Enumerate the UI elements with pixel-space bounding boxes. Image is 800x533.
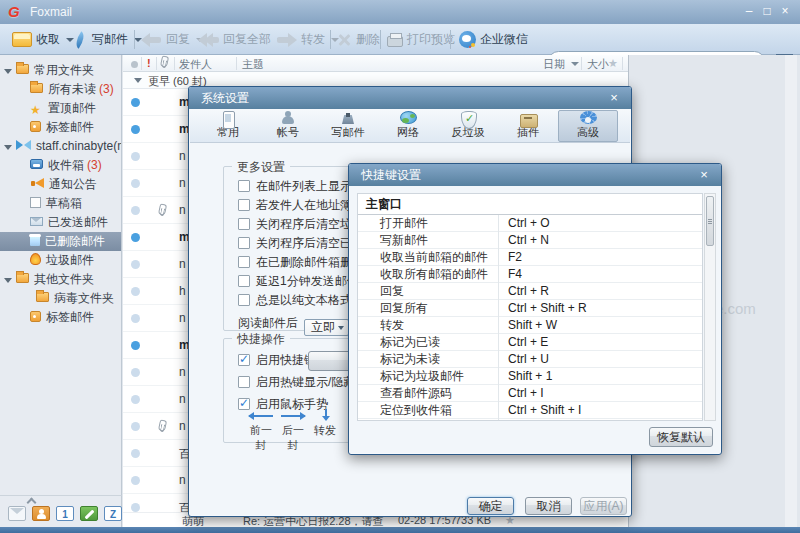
read-state-column-icon[interactable] — [131, 61, 138, 68]
shortcut-row[interactable]: 标记为垃圾邮件 Shift + 1 — [358, 368, 702, 385]
compose-button[interactable]: 写邮件 — [76, 28, 142, 51]
column-subject[interactable]: 主题 — [242, 57, 264, 72]
dialog-titlebar[interactable]: 系统设置 × — [189, 87, 631, 109]
scrollbar-thumb[interactable] — [706, 196, 714, 246]
sidebar-item[interactable]: staff.chinabyte(miaomi... — [0, 137, 121, 156]
expand-arrow-icon[interactable] — [4, 145, 12, 150]
checkbox[interactable] — [238, 199, 250, 211]
expand-arrow-icon[interactable] — [4, 278, 12, 283]
apps-module-icon[interactable]: Z — [104, 506, 122, 521]
settings-tab[interactable]: 插件 — [498, 110, 558, 142]
settings-tab[interactable]: 反垃圾 — [438, 110, 498, 142]
wecom-button[interactable]: 企业微信 — [459, 28, 528, 51]
dialog-titlebar[interactable]: 快捷键设置 × — [349, 164, 721, 186]
unread-dot-icon[interactable] — [131, 152, 140, 161]
column-from[interactable]: 发件人 — [179, 57, 212, 72]
shortcut-row[interactable]: 打开邮件 Ctrl + O — [358, 215, 702, 232]
delete-button[interactable]: 删除 — [337, 28, 380, 51]
collapse-arrow-icon[interactable] — [134, 78, 142, 83]
sidebar-item[interactable]: 通知公告 — [0, 175, 121, 194]
read-after-select[interactable]: 立即 — [304, 319, 349, 336]
unread-dot-icon[interactable] — [131, 287, 140, 296]
tab-icon — [580, 111, 597, 124]
mail-module-icon[interactable] — [8, 506, 26, 521]
settings-tab[interactable]: 网络 — [378, 110, 438, 142]
checkbox[interactable] — [238, 275, 250, 287]
reply-button[interactable]: 回复 — [141, 28, 204, 51]
sidebar-item[interactable]: 标签邮件 — [0, 308, 121, 327]
unread-dot-icon[interactable] — [131, 449, 140, 458]
unread-dot-icon[interactable] — [131, 125, 140, 134]
unread-dot-icon[interactable] — [131, 206, 140, 215]
calendar-module-icon[interactable]: 1 — [56, 506, 74, 521]
expand-arrow-icon[interactable] — [4, 69, 12, 74]
shortcut-row[interactable]: 回复 Ctrl + R — [358, 283, 702, 300]
close-icon[interactable]: × — [695, 164, 713, 186]
shortcut-row[interactable]: 查看邮件源码 Ctrl + I — [358, 385, 702, 402]
maximize-button[interactable]: □ — [758, 3, 776, 19]
tab-icon — [339, 111, 357, 124]
important-column-icon[interactable]: ! — [147, 57, 151, 69]
shortcut-row[interactable]: 回复所有 Ctrl + Shift + R — [358, 300, 702, 317]
settings-tab[interactable]: 常用 — [198, 110, 258, 142]
unread-dot-icon[interactable] — [131, 341, 140, 350]
unread-dot-icon[interactable] — [131, 260, 140, 269]
table-scrollbar[interactable] — [704, 193, 716, 421]
sidebar-item[interactable]: 已发送邮件 — [0, 213, 121, 232]
shortcut-row[interactable]: 转发 Shift + W — [358, 317, 702, 334]
unread-dot-icon[interactable] — [131, 395, 140, 404]
unread-dot-icon[interactable] — [131, 476, 140, 485]
sidebar-item[interactable]: 垃圾邮件 — [0, 251, 121, 270]
cancel-button[interactable]: 取消 — [525, 497, 572, 515]
minimize-button[interactable]: – — [740, 3, 758, 19]
print-preview-button[interactable]: 打印预览 — [387, 28, 455, 51]
unread-dot-icon[interactable] — [131, 368, 140, 377]
unread-dot-icon[interactable] — [131, 233, 140, 242]
column-size[interactable]: 大小 — [587, 57, 609, 72]
sidebar-item[interactable]: 草稿箱 — [0, 194, 121, 213]
checkbox[interactable] — [238, 294, 250, 306]
receive-button[interactable]: 收取 — [12, 28, 74, 51]
shortcut-row[interactable]: 标记为已读 Ctrl + E — [358, 334, 702, 351]
checkbox[interactable] — [238, 180, 250, 192]
sidebar-item[interactable]: 收件箱(3) — [0, 156, 121, 175]
sidebar-item[interactable]: 其他文件夹 — [0, 270, 121, 289]
shortcut-row[interactable]: 定位到收件箱 Ctrl + Shift + I — [358, 402, 702, 419]
shortcut-row[interactable]: 收取当前邮箱的邮件 F2 — [358, 249, 702, 266]
unread-dot-icon[interactable] — [131, 314, 140, 323]
settings-tab[interactable]: 高级 — [558, 110, 618, 142]
settings-tab[interactable]: 帐号 — [258, 110, 318, 142]
shortcut-row[interactable]: 写新邮件 Ctrl + N — [358, 232, 702, 249]
sidebar-item[interactable]: 已删除邮件 — [0, 232, 121, 251]
checkbox[interactable] — [238, 256, 250, 268]
shortcut-row[interactable]: 收取所有邮箱的邮件 F4 — [358, 266, 702, 283]
close-icon[interactable]: × — [605, 87, 623, 109]
apply-button[interactable]: 应用(A) — [580, 497, 627, 515]
settings-tab[interactable]: 写邮件 — [318, 110, 378, 142]
checkbox[interactable] — [238, 354, 250, 366]
sidebar-item[interactable]: 病毒文件夹 — [0, 289, 121, 308]
attachment-column-icon[interactable] — [161, 56, 168, 69]
column-date[interactable]: 日期 — [543, 57, 565, 72]
sidebar-item[interactable]: 常用文件夹 — [0, 61, 121, 80]
sidebar-item[interactable]: 置顶邮件 — [0, 99, 121, 118]
checkbox[interactable] — [238, 218, 250, 230]
contacts-module-icon[interactable] — [32, 506, 50, 521]
ok-button[interactable]: 确定 — [467, 497, 514, 515]
sidebar-item[interactable]: 所有未读(3) — [0, 80, 121, 99]
notes-module-icon[interactable] — [80, 506, 98, 521]
reading-pane-scrollbar[interactable] — [785, 55, 797, 527]
unread-dot-icon[interactable] — [131, 503, 140, 512]
close-button[interactable]: × — [776, 3, 794, 19]
folder-icon — [30, 217, 43, 226]
unread-dot-icon[interactable] — [131, 179, 140, 188]
reply-all-button[interactable]: 回复全部 — [198, 28, 285, 51]
unread-dot-icon[interactable] — [131, 98, 140, 107]
restore-defaults-button[interactable]: 恢复默认 — [649, 427, 713, 447]
star-column-icon[interactable]: ★ — [608, 57, 618, 70]
unread-dot-icon[interactable] — [131, 422, 140, 431]
checkbox[interactable] — [238, 376, 250, 388]
shortcut-row[interactable]: 标记为未读 Ctrl + U — [358, 351, 702, 368]
sidebar-item[interactable]: 标签邮件 — [0, 118, 121, 137]
checkbox[interactable] — [238, 237, 250, 249]
